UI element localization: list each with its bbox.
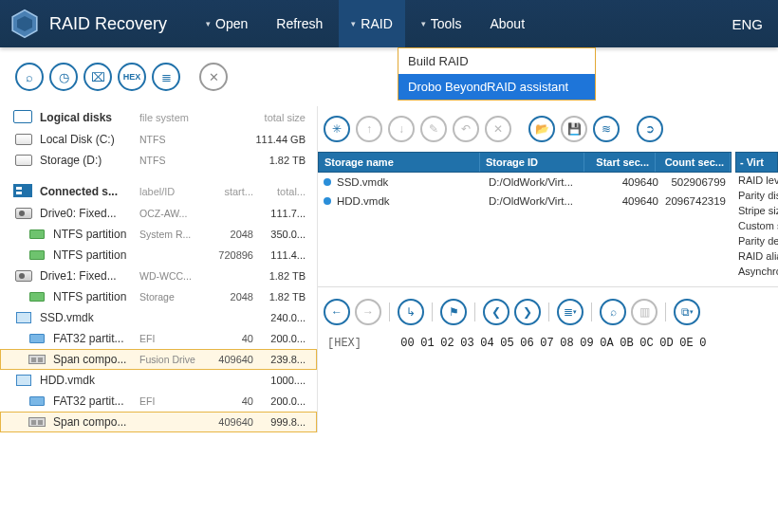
partition-icon [29, 334, 45, 343]
partition-icon [29, 250, 45, 260]
btn-open-folder[interactable]: 📂 [528, 116, 555, 142]
col-storage-id[interactable]: Storage ID [480, 153, 584, 172]
tool-hex[interactable]: HEX [118, 63, 146, 91]
right-pane: ✳ ↑ ↓ ✎ ↶ ✕ 📂 💾 ≋ ➲ Storage name Storage… [318, 106, 778, 432]
btn-goto[interactable]: ↳ [398, 299, 424, 325]
property-row[interactable]: Stripe siz [735, 203, 778, 218]
col-storage-name[interactable]: Storage name [319, 153, 480, 172]
col-count-sec[interactable]: Count sec... [656, 153, 731, 172]
btn-undo[interactable]: ↶ [453, 116, 479, 142]
connected-row[interactable]: FAT32 partit...EFI40200.0... [0, 391, 317, 412]
lower-toolbar: ← → ↳ ⚑ ❮ ❯ ≣▾ ⌕ ▥ ⧉▾ [318, 286, 778, 331]
btn-edit[interactable]: ✎ [420, 116, 447, 142]
menu-items: ▾Open Refresh ▾RAID ▾Tools About [194, 0, 537, 47]
span-icon [28, 355, 46, 364]
property-row[interactable]: RAID lev [735, 173, 778, 188]
btn-save[interactable]: 💾 [561, 116, 587, 142]
disk-icon [15, 155, 32, 166]
hex-line: [HEX] 000102030405060708090A0B0C0D0E0 [318, 331, 778, 356]
btn-sel-end[interactable]: ❯ [514, 299, 541, 325]
raid-dropdown: Build RAID Drobo BeyondRAID assistant [398, 47, 596, 101]
menu-about[interactable]: About [477, 0, 537, 47]
connected-row[interactable]: NTFS partitionStorage20481.82 TB [0, 286, 317, 307]
app-logo-icon [9, 9, 40, 39]
dropdown-drobo-assistant[interactable]: Drobo BeyondRAID assistant [398, 74, 595, 100]
tool-search[interactable]: ⌕ [15, 63, 44, 91]
logical-row[interactable]: Storage (D:) NTFS 1.82 TB [0, 150, 317, 171]
btn-build[interactable]: ➲ [637, 116, 663, 142]
tool-list[interactable]: ≣ [152, 63, 180, 91]
partition-icon [29, 229, 45, 239]
logical-disks-icon [13, 110, 32, 123]
partition-icon [29, 292, 45, 302]
connected-title: Connected s... [40, 185, 139, 198]
properties-header[interactable]: - Virt [735, 152, 778, 173]
disk-icon [15, 134, 32, 145]
btn-bookmark[interactable]: ⚑ [440, 299, 467, 325]
btn-copy[interactable]: ⧉▾ [674, 299, 700, 325]
property-row[interactable]: Parity de [735, 233, 778, 248]
top-toolbar: ⌕ ◷ ⌧ HEX ≣ ✕ [0, 47, 778, 106]
vmdk-icon [16, 375, 31, 386]
drive-icon [15, 270, 32, 282]
nav-back[interactable]: ← [324, 299, 350, 325]
drive-icon [15, 208, 32, 219]
btn-auto[interactable]: ✳ [324, 116, 350, 142]
connected-row[interactable]: FAT32 partit...EFI40200.0... [0, 328, 317, 349]
tool-scan[interactable]: ◷ [49, 63, 78, 91]
storage-toolbar: ✳ ↑ ↓ ✎ ↶ ✕ 📂 💾 ≋ ➲ [318, 106, 778, 152]
connected-row[interactable]: Span compo...409640999.8... [0, 412, 317, 432]
app-title: RAID Recovery [49, 14, 167, 34]
connected-row[interactable]: Drive0: Fixed...OCZ-AW...111.7... [0, 203, 317, 224]
btn-sel-start[interactable]: ❮ [483, 299, 509, 325]
col-start: start... [211, 186, 253, 197]
btn-up[interactable]: ↑ [356, 116, 382, 142]
menu-tools[interactable]: ▾Tools [409, 0, 474, 47]
properties-panel: - Virt RAID levParity disStripe sizCusto… [735, 152, 778, 279]
property-row[interactable]: Parity dis [735, 188, 778, 203]
section-logical-disks: Logical disks file system total size [0, 106, 317, 129]
connected-row[interactable]: NTFS partitionSystem R...2048350.0... [0, 224, 317, 245]
nav-fwd[interactable]: → [355, 299, 381, 325]
status-dot-icon [324, 197, 331, 205]
dropdown-build-raid[interactable]: Build RAID [398, 48, 595, 74]
menu-open[interactable]: ▾Open [194, 0, 260, 47]
storage-table: Storage name Storage ID Start sec... Cou… [318, 152, 778, 279]
tool-mount[interactable]: ⌧ [83, 63, 112, 91]
btn-layers[interactable]: ≋ [593, 116, 620, 142]
storage-table-header: Storage name Storage ID Start sec... Cou… [318, 152, 732, 173]
btn-find[interactable]: ⌕ [600, 299, 626, 325]
btn-find-next[interactable]: ▥ [631, 299, 658, 325]
connected-storages-icon [13, 184, 32, 197]
menu-raid[interactable]: ▾RAID [339, 0, 404, 47]
btn-down[interactable]: ↓ [388, 116, 415, 142]
main-area: Logical disks file system total size Loc… [0, 106, 778, 432]
app-brand: RAID Recovery [9, 9, 167, 39]
connected-row[interactable]: NTFS partition720896111.4... [0, 245, 317, 266]
status-dot-icon [324, 178, 331, 186]
property-row[interactable]: RAID alia [735, 248, 778, 264]
col-label: label/ID [139, 186, 211, 197]
sidebar: Logical disks file system total size Loc… [0, 106, 318, 432]
section-connected-storages: Connected s... label/ID start... total..… [0, 180, 317, 203]
hex-label: [HEX] [327, 337, 394, 350]
connected-row[interactable]: Span compo...Fusion Drive409640239.8... [0, 349, 317, 370]
col-total2: total... [253, 186, 309, 197]
storage-row[interactable]: SSD.vmdk D:/OldWork/Virt... 409640 50290… [318, 173, 732, 192]
language-selector[interactable]: ENG [732, 16, 769, 32]
storage-row[interactable]: HDD.vmdk D:/OldWork/Virt... 409640 20967… [318, 192, 732, 211]
btn-remove[interactable]: ✕ [485, 116, 511, 142]
btn-view-list[interactable]: ≣▾ [557, 299, 584, 325]
vmdk-icon [16, 312, 31, 323]
menu-refresh[interactable]: Refresh [264, 0, 335, 47]
col-start-sec[interactable]: Start sec... [584, 153, 656, 172]
logical-row[interactable]: Local Disk (C:) NTFS 111.44 GB [0, 129, 317, 150]
col-fs: file system [139, 112, 211, 123]
connected-row[interactable]: Drive1: Fixed...WD-WCC...1.82 TB [0, 266, 317, 286]
col-total: total size [253, 112, 309, 123]
connected-row[interactable]: SSD.vmdk240.0... [0, 307, 317, 328]
connected-row[interactable]: HDD.vmdk1000.... [0, 370, 317, 391]
property-row[interactable]: Asynchro [735, 264, 778, 279]
tool-close[interactable]: ✕ [199, 63, 228, 91]
property-row[interactable]: Custom s [735, 218, 778, 233]
